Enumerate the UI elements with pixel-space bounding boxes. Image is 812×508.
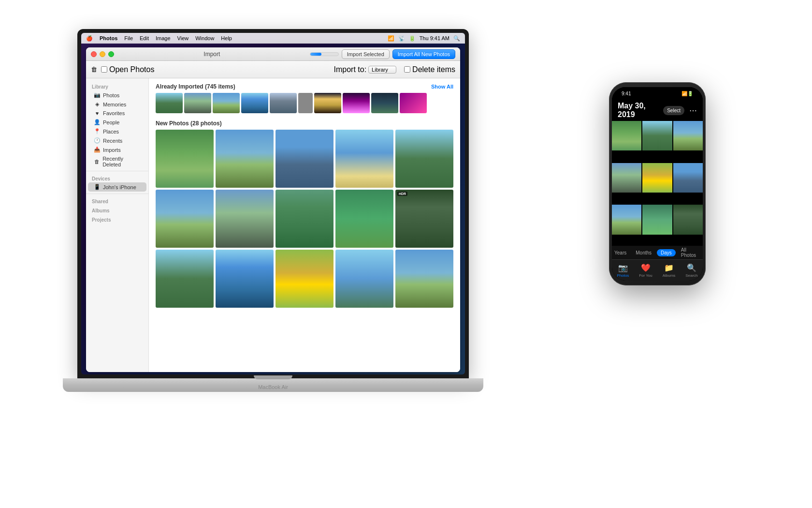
new-photo-2[interactable] — [216, 130, 274, 188]
thumb-8[interactable] — [343, 93, 370, 113]
import-to-container: Import to: Library — [334, 65, 397, 74]
scene: 🍎 Photos File Edit Image View Window Hel… — [0, 0, 812, 508]
tab-photos-label: Photos — [617, 273, 629, 278]
new-photo-5[interactable] — [395, 130, 453, 188]
new-photo-4[interactable] — [335, 130, 393, 188]
close-button[interactable] — [91, 51, 97, 57]
thumb-5[interactable] — [270, 93, 297, 113]
timeline-tab-all-photos[interactable]: All Photos — [677, 246, 700, 259]
delete-items-text: Delete items — [412, 65, 455, 74]
recents-icon: 🕐 — [94, 137, 101, 144]
import-selected-button[interactable]: Import Selected — [342, 49, 390, 59]
already-imported-label: Already Imported (745 items) — [156, 83, 235, 90]
thumb-1[interactable] — [156, 93, 183, 113]
photos-icon: 📷 — [94, 92, 101, 98]
sidebar-divider-1 — [86, 171, 148, 171]
menubar-left: 🍎 Photos File Edit Image View Window Hel… — [86, 35, 232, 42]
iphone-photo-7[interactable] — [612, 205, 641, 234]
new-photos-grid: HDR — [156, 130, 453, 308]
sidebar-item-imports[interactable]: 📥 Imports — [88, 145, 146, 154]
imports-icon: 📥 — [94, 147, 101, 153]
favorites-icon: ♥ — [94, 110, 101, 116]
albums-section-title: Albums — [86, 205, 148, 214]
thumb-4[interactable] — [241, 93, 268, 113]
new-photo-8[interactable] — [276, 190, 334, 248]
sidebar-places-label: Places — [103, 129, 119, 134]
menu-file[interactable]: File — [124, 35, 133, 41]
new-photo-15[interactable] — [395, 250, 453, 308]
timeline-tab-years[interactable]: Years — [612, 249, 630, 256]
menu-help[interactable]: Help — [221, 35, 232, 41]
new-photos-label: New Photos (28 photos) — [156, 120, 222, 127]
thumb-7[interactable] — [314, 93, 341, 113]
new-photo-11[interactable] — [156, 250, 214, 308]
new-photo-3[interactable] — [276, 130, 334, 188]
maximize-button[interactable] — [108, 51, 114, 57]
menu-edit[interactable]: Edit — [140, 35, 149, 41]
sidebar-item-places[interactable]: 📍 Places — [88, 127, 146, 136]
sidebar-item-iphone[interactable]: 📱 John's iPhone — [88, 182, 146, 192]
new-photos-header: New Photos (28 photos) — [156, 120, 453, 127]
menu-app[interactable]: Photos — [100, 35, 117, 41]
iphone-photo-9[interactable] — [673, 205, 703, 234]
tab-foryou-icon: ❤️ — [641, 263, 651, 272]
new-photo-6[interactable] — [156, 190, 214, 248]
new-photo-1[interactable] — [156, 130, 214, 188]
iphone-select-button[interactable]: Select — [663, 106, 684, 115]
iphone-tab-search[interactable]: 🔍 Search — [685, 263, 697, 278]
sidebar: Library 📷 Photos ◈ Memories ♥ — [86, 78, 149, 372]
import-to-select[interactable]: Library — [368, 66, 396, 74]
sidebar-item-photos[interactable]: 📷 Photos — [88, 90, 146, 100]
hdr-badge: HDR — [397, 192, 407, 196]
minimize-button[interactable] — [100, 51, 105, 57]
import-all-button[interactable]: Import All New Photos — [392, 49, 455, 59]
iphone-tab-albums[interactable]: 📁 Albums — [663, 263, 676, 278]
iphone-more-button[interactable]: ⋯ — [689, 106, 697, 115]
iphone-photo-6[interactable] — [673, 163, 703, 193]
iphone-photo-8[interactable] — [642, 205, 672, 234]
iphone-photo-2[interactable] — [642, 121, 672, 150]
new-photo-9[interactable] — [335, 190, 393, 248]
thumb-3[interactable] — [213, 93, 240, 113]
delete-items-checkbox[interactable] — [404, 66, 410, 73]
iphone-tab-photos[interactable]: 📷 Photos — [617, 263, 629, 278]
open-photos-checkbox[interactable] — [101, 66, 107, 73]
sidebar-item-people[interactable]: 👤 People — [88, 118, 146, 127]
iphone-status-icons: 📶🔋 — [682, 91, 693, 96]
menubar-right: 📶 📡 🔋 Thu 9:41 AM 🔍 — [388, 35, 460, 42]
iphone-photo-3[interactable] — [673, 121, 703, 150]
new-photo-14[interactable] — [335, 250, 393, 308]
sidebar-item-recents[interactable]: 🕐 Recents — [88, 136, 146, 145]
sidebar-item-memories[interactable]: ◈ Memories — [88, 100, 146, 109]
menu-window[interactable]: Window — [195, 35, 214, 41]
timeline-tab-days[interactable]: Days — [657, 249, 676, 256]
new-photo-7[interactable] — [216, 190, 274, 248]
sidebar-item-favorites[interactable]: ♥ Favorites — [88, 109, 146, 118]
memories-icon: ◈ — [94, 101, 101, 107]
apple-logo-icon[interactable]: 🍎 — [86, 35, 93, 42]
menu-image[interactable]: Image — [156, 35, 171, 41]
iphone-photo-4[interactable] — [612, 163, 641, 193]
thumb-2[interactable] — [184, 93, 211, 113]
iphone-photo-5[interactable] — [642, 163, 672, 193]
iphone-photo-1[interactable] — [612, 121, 641, 150]
new-photo-10[interactable]: HDR — [395, 190, 453, 248]
delete-items-label[interactable]: Delete items — [404, 65, 455, 74]
search-icon[interactable]: 🔍 — [453, 35, 460, 42]
menu-view[interactable]: View — [177, 35, 189, 41]
import-progress-bar — [310, 52, 339, 56]
show-all-link[interactable]: Show All — [431, 84, 453, 90]
iphone-notch — [638, 87, 677, 98]
places-icon: 📍 — [94, 128, 101, 134]
thumb-9[interactable] — [371, 93, 398, 113]
open-photos-checkbox-label[interactable]: Open Photos — [101, 65, 154, 74]
iphone-photos-grid — [612, 121, 703, 246]
timeline-tab-months[interactable]: Months — [632, 249, 655, 256]
new-photo-12[interactable] — [216, 250, 274, 308]
thumb-10[interactable] — [400, 93, 427, 113]
tab-albums-icon: 📁 — [664, 263, 674, 272]
new-photo-13[interactable] — [276, 250, 334, 308]
iphone-tab-foryou[interactable]: ❤️ For You — [639, 263, 652, 278]
iphone-timeline-tabs: Years Months Days All Photos — [612, 246, 703, 259]
sidebar-item-recently-deleted[interactable]: 🗑 Recently Deleted — [88, 154, 146, 169]
